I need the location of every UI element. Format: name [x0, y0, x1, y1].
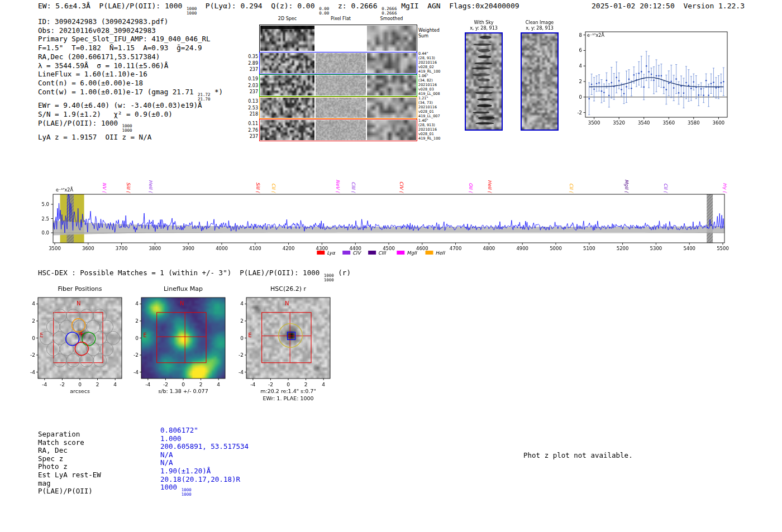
- text-segment: 200.605891, 53.517534: [160, 442, 249, 450]
- match-row-value: N/A: [160, 458, 173, 467]
- text-segment: 1.90(±1.20)Å: [160, 467, 211, 475]
- match-row-value: 1.90(±1.20)Å: [160, 467, 211, 475]
- text-segment: 1000: [160, 483, 182, 491]
- match-row-label: P(LAE)/P(OII): [38, 487, 93, 495]
- match-row-value: 200.605891, 53.517534: [160, 442, 249, 450]
- match-row-value: 20.18(20.17,20.18)R: [160, 475, 240, 483]
- text-segment: 1.000: [160, 434, 182, 443]
- match-row-label: mag: [38, 479, 51, 487]
- match-row-label: Match score: [38, 438, 84, 447]
- match-row-label: Est LyA rest-EW: [38, 471, 101, 479]
- text-segment: N/A: [160, 458, 173, 467]
- text-segment: 0.806172": [160, 426, 198, 434]
- match-table: Separation0.806172"Match score1.000RA, D…: [0, 0, 782, 532]
- match-row-value: 0.806172": [160, 426, 198, 434]
- text-segment: 20.18(20.17,20.18)R: [160, 475, 240, 483]
- stacked-fraction: 10001000: [182, 488, 192, 497]
- match-row-label: RA, Dec: [38, 446, 68, 454]
- match-row-label: Separation: [38, 430, 80, 438]
- match-row-value: 1000 10001000: [160, 483, 192, 497]
- match-row-label: Spec z: [38, 454, 63, 463]
- match-row-value: N/A: [160, 450, 173, 459]
- match-row-value: 1.000: [160, 434, 182, 443]
- photz-note: Phot z plot not available.: [523, 451, 633, 459]
- elixer-report-page: EW: 5.6±4.3Å P(LAE)/P(OII): 1000 1000100…: [0, 0, 782, 532]
- text-segment: N/A: [160, 450, 173, 459]
- match-row-label: Photo z: [38, 462, 68, 471]
